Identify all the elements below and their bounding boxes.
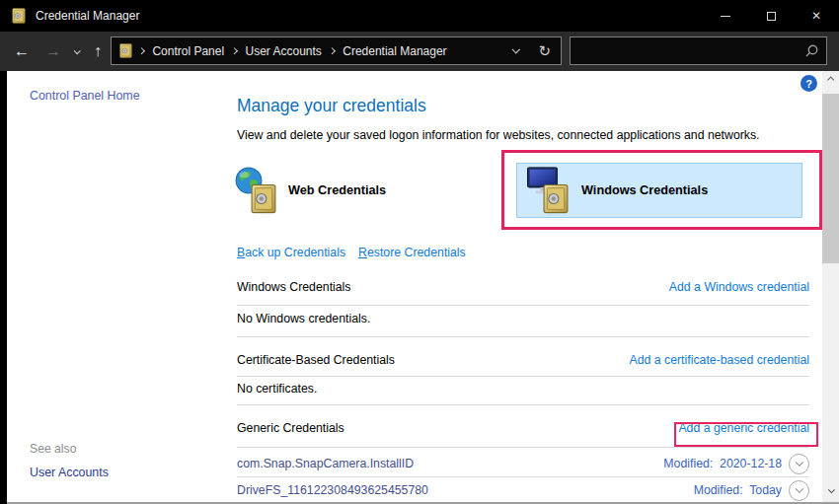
minimize-icon [721,16,730,17]
title-bar: Credential Manager ✕ [0,0,839,32]
breadcrumb-separator-icon [231,47,239,55]
vault-actions: Back up Credentials Restore Credentials [237,246,466,259]
sidebar-item-user-accounts[interactable]: User Accounts [30,466,109,479]
search-box[interactable] [570,36,827,65]
web-credentials-icon [235,166,280,215]
credential-manager-window: Credential Manager ✕ ← → ↑ Control Panel… [0,0,839,504]
section-title: Generic Credentials [237,421,344,435]
navigation-toolbar: ← → ↑ Control Panel User Accounts Creden… [0,32,839,71]
arrow-left-icon: ← [14,42,30,60]
web-credentials-vault[interactable]: Web Credentials [235,163,386,218]
windows-credentials-icon [527,166,572,215]
expand-credential-button[interactable] [789,480,809,501]
address-bar[interactable]: Control Panel User Accounts Credential M… [111,36,562,65]
breadcrumb-user-accounts[interactable]: User Accounts [245,44,321,58]
add-windows-credential-link[interactable]: Add a Windows credential [669,280,809,294]
window-title: Credential Manager [36,9,139,23]
restore-credentials-link[interactable]: Restore Credentials [358,246,466,259]
page-description: View and delete your saved logon informa… [237,128,760,142]
window-controls: ✕ [703,0,839,32]
breadcrumb-control-panel[interactable]: Control Panel [152,44,224,58]
divider [237,476,809,477]
address-dropdown-icon[interactable] [512,45,521,54]
section-header-certificate-credentials: Certificate-Based Credentials Add a cert… [237,353,809,367]
forward-button[interactable]: → [39,32,67,71]
credential-row: DriveFS_116122308493625455780 Modified: … [237,478,809,502]
scrollbar-thumb[interactable] [822,94,839,263]
credential-manager-small-icon [118,43,133,58]
breadcrumb-credential-manager[interactable]: Credential Manager [343,44,446,58]
credential-row: com.Snap.SnapCamera.InstallID Modified: … [237,452,809,475]
arrow-right-icon: → [45,42,61,60]
windows-credentials-vault[interactable]: Windows Credentials [516,163,802,218]
see-also-label: See also [30,442,76,456]
close-button[interactable]: ✕ [794,0,839,32]
divider [237,404,809,405]
expand-credential-button[interactable] [789,454,809,474]
divider [237,376,809,377]
safe-icon [543,183,569,214]
add-generic-credential-link[interactable]: Add a generic credential [678,421,809,435]
close-icon: ✕ [811,10,821,22]
section-header-windows-credentials: Windows Credentials Add a Windows creden… [237,280,809,294]
help-button[interactable]: ? [801,75,817,92]
page-title: Manage your credentials [237,96,426,116]
window-left-border [0,71,7,504]
safe-icon [251,183,276,214]
search-icon [805,44,818,57]
section-title: Windows Credentials [237,280,351,294]
chevron-down-icon [795,484,802,492]
web-credentials-label: Web Credentials [288,183,386,197]
chevron-down-icon [827,486,835,494]
maximize-button[interactable] [748,0,794,32]
divider [237,447,809,448]
up-button[interactable]: ↑ [85,32,111,71]
recent-pages-button[interactable] [67,32,85,71]
add-certificate-credential-link[interactable]: Add a certificate-based credential [629,353,809,367]
minimize-button[interactable] [703,0,748,32]
back-button[interactable]: ← [8,32,36,71]
chevron-up-icon [827,76,835,84]
refresh-icon[interactable]: ↻ [538,43,551,58]
empty-windows-credentials-text: No Windows credentials. [237,312,370,325]
credential-name-link[interactable]: DriveFS_116122308493625455780 [237,483,428,497]
breadcrumb-separator-icon [138,47,146,55]
divider [237,305,809,306]
empty-certificates-text: No certificates. [237,382,317,396]
chevron-down-icon [73,47,80,54]
credential-manager-app-icon [11,8,27,24]
section-header-generic-credentials: Generic Credentials Add a generic creden… [237,421,809,435]
backup-credentials-link[interactable]: Back up Credentials [237,246,345,259]
search-input[interactable] [578,44,805,58]
scroll-down-button[interactable] [822,484,839,498]
credential-name-link[interactable]: com.Snap.SnapCamera.InstallID [237,457,414,470]
credential-modified: Modified: 2020-12-18 [663,457,782,470]
sidebar-item-control-panel-home[interactable]: Control Panel Home [30,89,140,103]
divider [237,336,809,337]
credential-meta: Modified: Today [694,480,809,501]
credential-modified: Modified: Today [694,483,782,497]
arrow-up-icon: ↑ [94,42,102,60]
question-mark-icon: ? [805,78,812,90]
scroll-up-button[interactable] [822,73,839,87]
breadcrumb-separator-icon [329,47,337,55]
vertical-scrollbar[interactable] [822,71,839,502]
chevron-down-icon [795,458,802,466]
section-title: Certificate-Based Credentials [237,353,395,367]
maximize-icon [767,12,776,21]
windows-credentials-label: Windows Credentials [581,183,708,197]
credential-meta: Modified: 2020-12-18 [663,454,809,474]
